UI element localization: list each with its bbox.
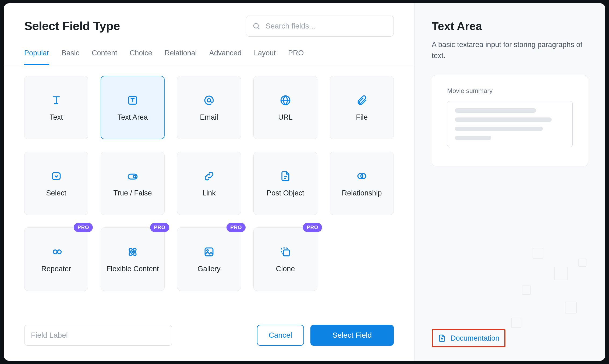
skeleton-line [455, 117, 552, 122]
right-panel: Text Area A basic textarea input for sto… [414, 3, 605, 361]
svg-rect-5 [52, 173, 60, 180]
link-icon [203, 170, 215, 183]
field-label: Text Area [118, 113, 148, 122]
cancel-button[interactable]: Cancel [257, 325, 304, 346]
field-label: Flexible Content [106, 265, 159, 273]
field-post-object[interactable]: Post Object [253, 152, 317, 215]
tab-layout[interactable]: Layout [254, 49, 276, 65]
detail-title: Text Area [432, 20, 588, 33]
skeleton-line [455, 127, 543, 131]
text-icon [50, 94, 63, 107]
textarea-icon [126, 94, 139, 107]
svg-point-3 [207, 98, 211, 102]
preview-card: Movie summary [432, 75, 588, 166]
field-type-modal: Select Field Type Popular Basic Content … [4, 3, 605, 361]
svg-point-7 [133, 175, 136, 178]
document-icon [438, 334, 446, 342]
globe-icon [279, 94, 292, 107]
pro-badge: PRO [74, 223, 93, 232]
tab-advanced[interactable]: Advanced [209, 49, 242, 65]
search-wrap [246, 16, 394, 37]
tab-pro[interactable]: PRO [288, 49, 304, 65]
tab-relational[interactable]: Relational [165, 49, 197, 65]
svg-point-10 [132, 251, 133, 253]
documentation-link[interactable]: Documentation [432, 329, 505, 347]
field-label: Repeater [41, 265, 71, 273]
tab-popular[interactable]: Popular [24, 49, 49, 65]
modal-header: Select Field Type [4, 3, 414, 37]
tabs: Popular Basic Content Choice Relational … [4, 37, 414, 65]
field-label: Text [49, 113, 63, 122]
field-link[interactable]: Link [177, 152, 241, 215]
field-true-false[interactable]: True / False [101, 152, 165, 215]
preview-label: Movie summary [447, 87, 573, 95]
field-gallery[interactable]: PRO Gallery [177, 227, 241, 291]
field-repeater[interactable]: PRO Repeater [24, 227, 88, 291]
atom-icon [126, 245, 139, 258]
skeleton-line [455, 136, 491, 140]
modal-footer: Cancel Select Field [4, 319, 414, 361]
field-file[interactable]: File [330, 76, 394, 139]
field-select[interactable]: Select [24, 152, 88, 215]
search-input[interactable] [246, 16, 394, 37]
field-flexible-content[interactable]: PRO Flexible Content [101, 227, 165, 291]
left-panel: Select Field Type Popular Basic Content … [4, 3, 414, 361]
skeleton-line [455, 108, 536, 113]
pro-badge: PRO [226, 223, 246, 232]
field-text[interactable]: Text [24, 76, 88, 139]
field-relationship[interactable]: Relationship [330, 152, 394, 215]
field-label: Clone [276, 265, 295, 273]
search-icon [252, 22, 260, 30]
toggle-icon [126, 170, 139, 183]
field-label: True / False [113, 189, 152, 197]
paperclip-icon [355, 94, 368, 107]
preview-textarea [447, 101, 573, 147]
field-label: Email [200, 113, 218, 122]
detail-description: A basic textarea input for storing parag… [432, 39, 588, 61]
tab-content[interactable]: Content [92, 49, 117, 65]
field-email[interactable]: Email [177, 76, 241, 139]
field-label: URL [278, 113, 293, 122]
field-clone[interactable]: PRO Clone [253, 227, 317, 291]
field-label: Select [46, 189, 66, 197]
document-icon [279, 170, 292, 183]
field-text-area[interactable]: Text Area [101, 76, 165, 139]
infinity-icon [50, 245, 63, 258]
tab-choice[interactable]: Choice [130, 49, 152, 65]
select-icon [50, 170, 63, 183]
svg-line-1 [258, 27, 259, 29]
field-url[interactable]: URL [253, 76, 317, 139]
field-label: Relationship [342, 189, 382, 197]
clone-icon [279, 245, 292, 258]
svg-point-0 [254, 23, 259, 28]
decorative-squares [484, 237, 597, 345]
select-field-button[interactable]: Select Field [310, 325, 394, 346]
image-icon [203, 245, 215, 258]
field-label: Gallery [197, 265, 221, 273]
tab-basic[interactable]: Basic [62, 49, 79, 65]
field-label: Post Object [267, 189, 304, 197]
field-label-input[interactable] [24, 325, 172, 346]
svg-point-14 [207, 249, 208, 251]
svg-rect-15 [284, 250, 289, 256]
email-icon [203, 94, 215, 107]
field-grid: Text Text Area Email URL [4, 65, 414, 296]
svg-rect-13 [205, 248, 213, 256]
field-label: File [356, 113, 368, 122]
documentation-label: Documentation [451, 334, 500, 342]
pro-badge: PRO [150, 223, 169, 232]
pro-badge: PRO [303, 223, 322, 232]
field-label: Link [202, 189, 216, 197]
modal-title: Select Field Type [24, 19, 120, 33]
relationship-icon [355, 170, 368, 183]
